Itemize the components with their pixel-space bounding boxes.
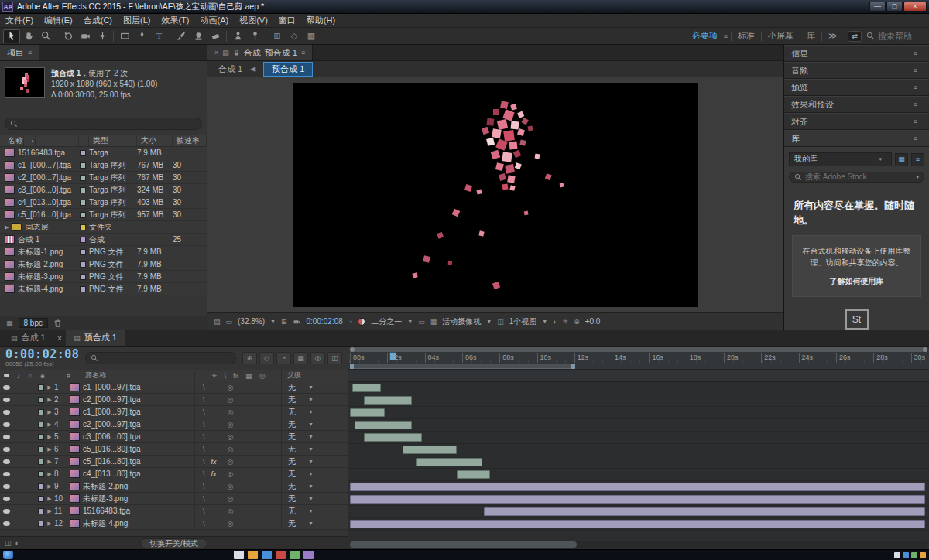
zoom-tool[interactable]	[37, 29, 54, 43]
menu-window[interactable]: 窗口	[273, 15, 301, 26]
panel-menu-icon[interactable]: ≡	[914, 50, 922, 57]
trash-icon[interactable]	[53, 319, 62, 328]
playhead-handle[interactable]	[389, 352, 396, 360]
quality-switch[interactable]: \	[203, 384, 205, 391]
layer-expand-arrow[interactable]: ▶	[45, 397, 54, 403]
composition-flowchart-icon[interactable]: ⊕	[242, 352, 257, 364]
fast-preview-icon[interactable]: ≋	[563, 318, 569, 326]
time-ruler[interactable]: 00s 02s 04s 06s 08s 10s 12s 14s 16s 18s …	[348, 347, 929, 370]
quality-switch[interactable]: \	[203, 458, 205, 466]
motion-blur-switch[interactable]: ◎	[228, 408, 234, 416]
layer-track[interactable]	[348, 456, 929, 469]
show-channel-icon[interactable]	[358, 318, 365, 326]
current-time-display[interactable]: 0:00:02:08	[5, 349, 79, 360]
zoom-dropdown-icon[interactable]: ▼	[270, 319, 276, 324]
timeline-layer-row[interactable]: ▶8c4_[013...80].tga\fx◎无▼	[0, 468, 348, 480]
layer-switches[interactable]: \◎	[194, 480, 281, 492]
tray-icon[interactable]	[894, 552, 900, 558]
exposure-value[interactable]: +0.0	[585, 317, 601, 326]
workspace-small-screen[interactable]: 小屏幕	[762, 30, 800, 42]
shape-tool[interactable]	[116, 29, 133, 43]
quality-switch[interactable]: \	[203, 507, 205, 515]
quality-switch[interactable]: \	[203, 396, 205, 404]
unified-camera-tool[interactable]	[77, 29, 94, 43]
stock-search-input[interactable]	[805, 172, 913, 181]
footage-preview-thumbnail[interactable]	[5, 67, 45, 98]
layer-switches[interactable]: \◎	[194, 381, 281, 393]
parent-dropdown[interactable]: 无▼	[281, 480, 348, 492]
label-color-swatch[interactable]	[80, 162, 86, 169]
list-view-icon[interactable]: ≡	[911, 153, 924, 166]
timeline-layer-row[interactable]: ▶6c5_[016...80].tga\◎无▼	[0, 443, 348, 456]
layer-label-color[interactable]	[38, 483, 44, 490]
eraser-tool[interactable]	[207, 29, 224, 43]
draft-3d-icon[interactable]: ◇	[259, 352, 274, 364]
parent-dropdown[interactable]: 无▼	[281, 456, 348, 467]
layer-expand-arrow[interactable]: ▶	[45, 483, 54, 490]
motion-blur-icon[interactable]: ◎	[310, 352, 325, 364]
view-dropdown-icon[interactable]: ▼	[542, 319, 547, 324]
graph-editor-icon[interactable]: ◫	[327, 352, 342, 364]
layer-switches[interactable]: \◎	[194, 493, 281, 504]
timeline-layer-row[interactable]: ▶1115166483.tga\◎无▼	[0, 505, 348, 517]
menu-edit[interactable]: 编辑(E)	[39, 15, 78, 26]
layer-track[interactable]	[348, 394, 929, 407]
taskbar-app-icon[interactable]	[234, 551, 244, 559]
grid-options-icon[interactable]: ▦	[303, 29, 320, 43]
work-area-start-handle[interactable]	[350, 364, 354, 369]
project-item-row[interactable]: c3_[006...0].tgaTarga 序列324 MB30	[0, 184, 207, 196]
taskbar-app-icon[interactable]	[262, 551, 272, 559]
project-search-input[interactable]	[21, 120, 197, 128]
toggle-switches-modes-button[interactable]: 切换开关/模式	[140, 538, 207, 548]
layer-label-color[interactable]	[38, 496, 44, 502]
panel-menu-icon[interactable]: ≡	[914, 135, 922, 142]
comp-tab-1[interactable]: 合成 1	[218, 63, 242, 75]
timeline-search-input[interactable]	[101, 354, 231, 363]
layer-switches[interactable]: \◎	[194, 418, 281, 430]
tray-icon[interactable]	[920, 552, 926, 558]
visibility-toggle[interactable]	[0, 398, 12, 402]
taskbar-app-icon[interactable]	[303, 551, 314, 559]
parent-dropdown[interactable]: 无▼	[281, 505, 348, 517]
visibility-toggle[interactable]	[0, 447, 12, 452]
layer-switches[interactable]: \◎	[194, 431, 281, 442]
video-column-icon[interactable]	[4, 374, 9, 377]
layer-switches[interactable]: \◎	[194, 443, 281, 455]
hand-tool[interactable]	[20, 29, 37, 43]
layer-duration-bar[interactable]	[350, 483, 925, 491]
switches-column[interactable]: ☀ \ fx ▦ ◎	[194, 372, 281, 380]
bit-depth-button[interactable]: 8 bpc	[19, 318, 48, 328]
column-name[interactable]: 名称▲	[0, 135, 79, 146]
project-item-row[interactable]: ▶固态层文件夹	[0, 221, 207, 234]
ruler-ticks[interactable]: 00s 02s 04s 06s 08s 10s 12s 14s 16s 18s …	[348, 353, 929, 363]
label-color-swatch[interactable]	[80, 200, 86, 206]
workspace-libraries[interactable]: 库	[800, 30, 821, 42]
layer-switches[interactable]: \◎	[194, 517, 281, 529]
rotation-tool[interactable]	[60, 29, 77, 43]
menu-animation[interactable]: 动画(A)	[195, 15, 235, 26]
quality-switch[interactable]: \	[203, 495, 205, 503]
menu-help[interactable]: 帮助(H)	[301, 15, 341, 26]
layer-label-color[interactable]	[38, 521, 44, 527]
motion-blur-switch[interactable]: ◎	[228, 384, 234, 391]
camera-dropdown-icon[interactable]: ▼	[486, 319, 492, 324]
label-color-swatch[interactable]	[80, 249, 86, 255]
parent-dropdown[interactable]: 无▼	[281, 443, 348, 455]
maximize-button[interactable]: □	[886, 2, 903, 12]
label-color-swatch[interactable]	[80, 212, 86, 218]
motion-blur-switch[interactable]: ◎	[228, 433, 234, 441]
menu-view[interactable]: 视图(V)	[234, 15, 273, 26]
quality-switch[interactable]: \	[203, 520, 205, 528]
timeline-layer-row[interactable]: ▶5c3_[006...00].tga\◎无▼	[0, 431, 348, 443]
layer-label-color[interactable]	[38, 409, 44, 415]
expand-layer-pane-icon[interactable]: ◫	[5, 539, 12, 547]
parent-dropdown[interactable]: 无▼	[281, 431, 348, 442]
tray-icon[interactable]	[903, 552, 909, 558]
menu-layer[interactable]: 图层(L)	[118, 15, 156, 26]
layer-track[interactable]	[348, 493, 929, 506]
clone-stamp-tool[interactable]	[190, 29, 207, 43]
panel-preview[interactable]: 预览≡	[784, 79, 929, 96]
layer-duration-bar[interactable]	[350, 408, 385, 417]
motion-blur-switch[interactable]: ◎	[228, 458, 234, 466]
motion-blur-switch[interactable]: ◎	[228, 507, 234, 515]
